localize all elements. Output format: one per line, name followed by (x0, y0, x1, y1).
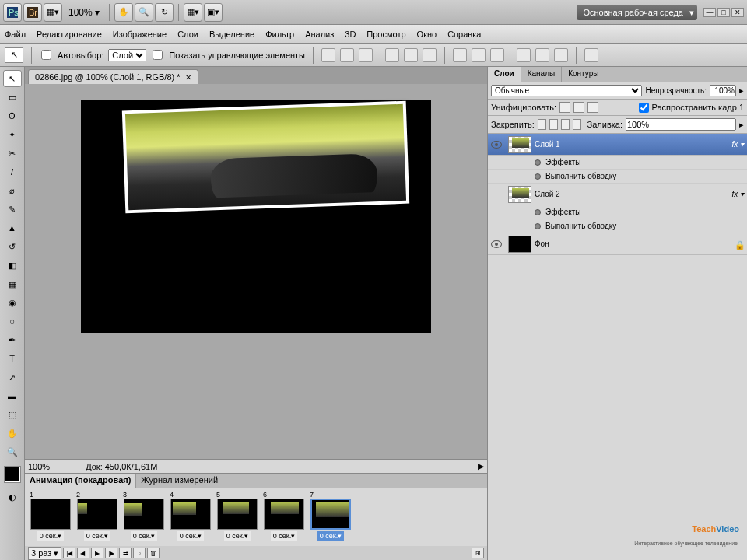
auto-align-icon[interactable] (584, 48, 598, 62)
menu-filter[interactable]: Фильтр (265, 30, 294, 39)
quickmask-tool[interactable]: ◐ (3, 488, 22, 506)
layer-row[interactable]: Слой 2 fx ▾ (488, 184, 747, 205)
ps-icon[interactable]: Ps (3, 3, 22, 22)
tab-channels[interactable]: Каналы (521, 67, 563, 82)
layer-row[interactable]: Слой 1 fx ▾ (488, 134, 747, 156)
tab-layers[interactable]: Слои (488, 67, 521, 82)
brush-tool[interactable]: ✎ (3, 201, 22, 218)
frame-delay[interactable]: 0 сек.▾ (84, 531, 110, 541)
heal-tool[interactable]: ⌀ (3, 182, 22, 199)
new-frame-icon[interactable]: ▫ (133, 548, 146, 558)
foreground-color[interactable] (5, 467, 20, 482)
frame-delay[interactable]: 0 сек.▾ (131, 531, 157, 541)
layer-row[interactable]: Фон 🔒 (488, 233, 747, 255)
dist-hcenter-icon[interactable] (535, 48, 549, 62)
anim-frame[interactable]: 4 0 сек.▾ (168, 491, 213, 541)
dodge-tool[interactable]: ○ (3, 313, 22, 330)
close-icon[interactable]: ✕ (731, 8, 744, 17)
fill-arrow-icon[interactable]: ▸ (739, 120, 744, 130)
dist-left-icon[interactable] (517, 48, 531, 62)
zoom-level[interactable]: 100% ▾ (64, 7, 104, 18)
screen-icon[interactable]: ▣▾ (204, 3, 223, 22)
play-icon[interactable]: ▶ (91, 548, 103, 558)
frame-delay[interactable]: 0 сек.▾ (37, 531, 64, 541)
opacity-arrow-icon[interactable]: ▸ (739, 86, 744, 96)
layer-name[interactable]: Слой 1 (535, 140, 731, 149)
frame-delay[interactable]: 0 сек.▾ (177, 531, 204, 541)
autoselect-checkbox[interactable] (41, 50, 51, 60)
prev-frame-icon[interactable]: ◀| (77, 548, 89, 558)
align-top-icon[interactable] (321, 48, 335, 62)
dist-right-icon[interactable] (554, 48, 568, 62)
wand-tool[interactable]: ✦ (3, 126, 22, 143)
menu-image[interactable]: Изображение (113, 30, 167, 39)
marquee-tool[interactable]: ▭ (3, 89, 22, 106)
tab-paths[interactable]: Контуры (562, 67, 605, 82)
anim-tab-frames[interactable]: Анимация (покадровая) (25, 474, 136, 488)
fx-effects-row[interactable]: Эффекты (488, 205, 747, 219)
canvas[interactable] (81, 100, 431, 333)
3d-tool[interactable]: ⬚ (3, 406, 22, 423)
fx-icon[interactable]: fx ▾ (731, 140, 744, 149)
menu-view[interactable]: Просмотр (366, 30, 405, 39)
frame-delay[interactable]: 0 сек.▾ (271, 531, 297, 541)
blur-tool[interactable]: ◉ (3, 294, 22, 311)
fx-stroke-row[interactable]: Выполнить обводку (488, 170, 747, 184)
menu-edit[interactable]: Редактирование (37, 30, 102, 39)
arrange-icon[interactable]: ▦▾ (184, 3, 202, 22)
first-frame-icon[interactable]: |◀ (63, 548, 75, 558)
layer-name[interactable]: Слой 2 (535, 190, 731, 198)
fill-input[interactable] (626, 118, 736, 131)
loop-dropdown[interactable]: 3 раз ▾ (28, 547, 61, 560)
zoom-icon[interactable]: 🔍 (135, 3, 153, 22)
photo-layer[interactable] (122, 101, 409, 214)
menu-file[interactable]: Файл (5, 30, 26, 39)
move-tool-icon[interactable]: ↖ (5, 47, 23, 63)
path-tool[interactable]: ↗ (3, 369, 22, 386)
frame-delay[interactable]: 0 сек.▾ (317, 531, 344, 541)
stamp-tool[interactable]: ▲ (3, 219, 22, 236)
menu-layer[interactable]: Слои (177, 30, 198, 39)
align-vcenter-icon[interactable] (340, 48, 354, 62)
tween-icon[interactable]: ⇄ (119, 548, 132, 558)
next-frame-icon[interactable]: |▶ (105, 548, 117, 558)
tab-close-icon[interactable]: ✕ (185, 73, 191, 82)
status-zoom[interactable]: 100% (28, 462, 50, 471)
crop-tool[interactable]: ✂ (3, 145, 22, 162)
unify-style-icon[interactable] (587, 102, 598, 113)
delete-frame-icon[interactable]: 🗑 (147, 548, 160, 558)
propagate-checkbox[interactable] (639, 103, 649, 113)
anim-frame[interactable]: 6 0 сек.▾ (261, 491, 307, 541)
align-right-icon[interactable] (423, 48, 437, 62)
anim-tab-measure[interactable]: Журнал измерений (136, 474, 223, 488)
show-controls-checkbox[interactable] (153, 50, 163, 60)
anim-frame[interactable]: 7 0 сек.▾ (308, 491, 353, 541)
hand-tool[interactable]: ✋ (3, 425, 22, 442)
pen-tool[interactable]: ✒ (3, 331, 22, 348)
lock-paint-icon[interactable] (549, 119, 558, 130)
blend-mode-dropdown[interactable]: Обычные (491, 85, 642, 96)
align-hcenter-icon[interactable] (404, 48, 418, 62)
eraser-tool[interactable]: ◧ (3, 257, 22, 274)
align-left-icon[interactable] (385, 48, 399, 62)
lock-pos-icon[interactable] (561, 119, 570, 130)
fx-effects-row[interactable]: Эффекты (488, 156, 747, 170)
visibility-toggle[interactable] (488, 141, 505, 149)
menu-3d[interactable]: 3D (345, 30, 356, 39)
rotate-icon[interactable]: ↻ (155, 3, 174, 22)
gradient-tool[interactable]: ▦ (3, 275, 22, 292)
visibility-toggle[interactable] (488, 240, 505, 248)
minimize-icon[interactable]: — (703, 8, 716, 17)
maximize-icon[interactable]: □ (717, 8, 730, 17)
eyedropper-tool[interactable]: / (3, 163, 22, 180)
convert-timeline-icon[interactable]: ⊞ (472, 548, 484, 558)
move-tool[interactable]: ↖ (3, 70, 22, 87)
bridge-icon[interactable]: Br (23, 3, 42, 22)
history-brush-tool[interactable]: ↺ (3, 238, 22, 255)
autoselect-dropdown[interactable]: Слой (108, 49, 146, 61)
anim-frame[interactable]: 3 0 сек.▾ (121, 491, 167, 541)
layer-name[interactable]: Фон (535, 240, 735, 248)
lasso-tool[interactable]: ʘ (3, 107, 22, 124)
anim-frame[interactable]: 1 0 сек.▾ (28, 491, 73, 541)
anim-frame[interactable]: 5 0 сек.▾ (215, 491, 260, 541)
